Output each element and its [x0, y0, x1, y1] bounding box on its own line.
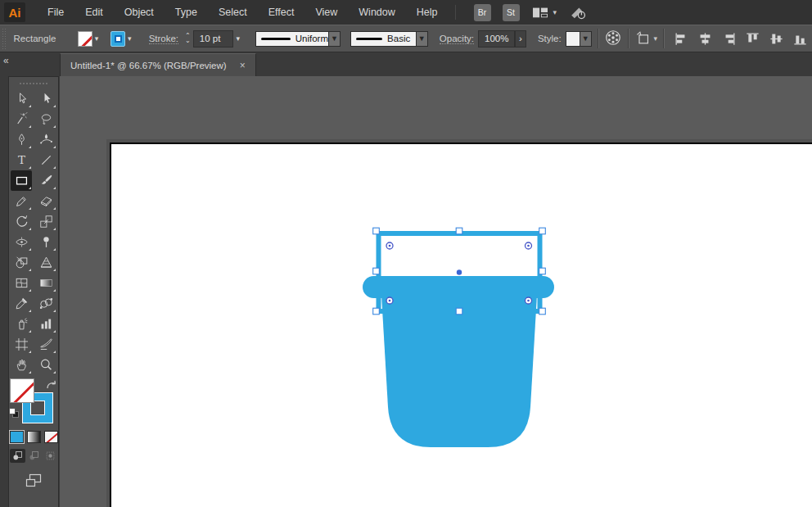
gpu-performance-button[interactable] — [568, 3, 588, 21]
gradient-tool[interactable] — [35, 273, 56, 293]
artboard-tool[interactable] — [11, 334, 32, 355]
none-mode-button[interactable] — [44, 431, 58, 443]
selection-handle[interactable] — [456, 308, 462, 315]
opacity-field[interactable]: 100% — [478, 30, 515, 48]
collapse-panel-button[interactable]: « — [3, 55, 8, 66]
zoom-tool[interactable] — [35, 355, 56, 375]
rectangle-tool[interactable] — [11, 170, 32, 191]
panel-grip[interactable] — [19, 79, 48, 87]
change-screen-mode-button[interactable] — [9, 473, 58, 489]
chevron-down-icon[interactable]: ▼ — [329, 31, 341, 47]
close-icon[interactable]: × — [238, 60, 247, 71]
align-right-button[interactable] — [720, 29, 738, 48]
selection-handle[interactable] — [539, 228, 546, 234]
width-tool[interactable] — [11, 232, 32, 252]
menu-select[interactable]: Select — [208, 1, 258, 24]
menu-type[interactable]: Type — [165, 1, 208, 24]
stroke-panel-link[interactable]: Stroke: — [149, 34, 178, 44]
selection-handle[interactable] — [373, 308, 380, 315]
svg-text:T: T — [18, 154, 25, 166]
chevron-down-icon[interactable]: ▼ — [417, 31, 428, 47]
swap-fill-stroke-icon[interactable] — [46, 378, 57, 393]
line-segment-icon — [38, 152, 54, 168]
recolor-artwork-button[interactable] — [604, 29, 622, 48]
curvature-tool[interactable] — [35, 129, 56, 150]
center-point[interactable] — [457, 269, 462, 274]
eraser-tool[interactable] — [35, 191, 56, 211]
mesh-icon — [14, 275, 29, 291]
stroke-weight-field[interactable]: 10 pt — [193, 30, 234, 48]
draw-inside-button[interactable] — [43, 449, 58, 463]
menu-help[interactable]: Help — [406, 1, 449, 24]
lasso-tool[interactable] — [35, 109, 56, 129]
menu-object[interactable]: Object — [114, 1, 165, 24]
rotate-tool[interactable] — [11, 211, 32, 232]
align-bottom-button[interactable] — [791, 29, 810, 48]
style-swatch[interactable] — [566, 31, 580, 47]
arrange-documents-button[interactable]: ▾ — [531, 5, 557, 20]
scale-tool[interactable] — [35, 211, 56, 232]
draw-behind-button[interactable] — [26, 449, 42, 463]
blend-tool[interactable] — [35, 293, 56, 314]
align-left-button[interactable] — [672, 29, 691, 48]
document-area: Untitled-1* @ 66.67% (RGB/Preview) × — [60, 52, 812, 507]
selection-tool[interactable] — [11, 88, 32, 109]
magic-wand-tool[interactable] — [11, 109, 32, 129]
menu-effect[interactable]: Effect — [258, 1, 305, 24]
stroke-color-swatch[interactable] — [111, 31, 125, 47]
fill-color-swatch[interactable] — [78, 31, 92, 47]
fill-proxy-swatch[interactable] — [10, 378, 34, 403]
menu-file[interactable]: File — [37, 1, 74, 24]
gradient-mode-button[interactable] — [27, 431, 41, 443]
chevron-down-icon[interactable]: ▾ — [125, 31, 134, 46]
opacity-panel-link[interactable]: Opacity: — [440, 34, 474, 44]
menu-window[interactable]: Window — [348, 1, 405, 24]
align-h-center-button[interactable] — [696, 29, 715, 48]
document-tab[interactable]: Untitled-1* @ 66.67% (RGB/Preview) × — [60, 53, 256, 76]
type-tool[interactable]: T — [11, 150, 32, 170]
chevron-down-icon[interactable]: ▾ — [92, 31, 102, 46]
align-v-center-button[interactable] — [767, 29, 786, 48]
canvas[interactable] — [60, 76, 812, 507]
align-top-button[interactable] — [743, 29, 762, 48]
width-profile-dropdown[interactable]: Uniform — [255, 31, 329, 47]
slice-tool[interactable] — [35, 334, 56, 355]
controlbar-grip[interactable] — [2, 28, 7, 49]
selection-handle[interactable] — [539, 308, 546, 315]
stroke-weight-stepper[interactable]: ⌃⌄ — [185, 34, 191, 43]
puppet-warp-tool[interactable] — [35, 232, 56, 252]
selection-handle[interactable] — [456, 228, 462, 234]
color-mode-button[interactable] — [10, 431, 24, 443]
shape-builder-tool[interactable] — [11, 252, 32, 273]
transform-icon — [634, 29, 652, 48]
chevron-down-icon[interactable]: ▾ — [233, 31, 242, 46]
draw-normal-button[interactable] — [10, 449, 25, 463]
pen-tool[interactable] — [11, 129, 32, 150]
hand-tool[interactable] — [11, 355, 32, 375]
default-fill-stroke-icon[interactable] — [9, 408, 19, 418]
brush-definition-dropdown[interactable]: Basic — [350, 31, 417, 47]
bridge-button[interactable]: Br — [474, 4, 491, 21]
stock-button[interactable]: St — [503, 4, 520, 21]
mesh-tool[interactable] — [11, 273, 32, 293]
symbol-sprayer-tool[interactable] — [11, 314, 32, 334]
line-segment-tool[interactable] — [35, 150, 56, 170]
eyedropper-icon — [14, 296, 29, 311]
selection-handle[interactable] — [373, 268, 380, 274]
chevron-down-icon[interactable]: ▼ — [580, 31, 592, 47]
menu-view[interactable]: View — [304, 1, 348, 24]
direct-selection-tool[interactable] — [35, 88, 56, 109]
opacity-arrow[interactable]: › — [515, 30, 526, 48]
paintbrush-tool[interactable] — [35, 170, 56, 191]
eyedropper-tool[interactable] — [11, 293, 32, 314]
menu-edit[interactable]: Edit — [74, 1, 114, 24]
shaper-tool[interactable] — [11, 191, 32, 211]
transform-button[interactable]: ▾ — [634, 29, 658, 48]
bucket-handle-shape[interactable] — [363, 276, 554, 298]
perspective-grid-tool[interactable] — [35, 252, 56, 273]
column-graph-tool[interactable] — [35, 314, 56, 334]
selection-handle[interactable] — [373, 228, 380, 234]
stepper-down-icon[interactable]: ⌄ — [185, 38, 191, 43]
bucket-body-shape[interactable] — [381, 295, 537, 447]
selection-handle[interactable] — [539, 268, 546, 274]
